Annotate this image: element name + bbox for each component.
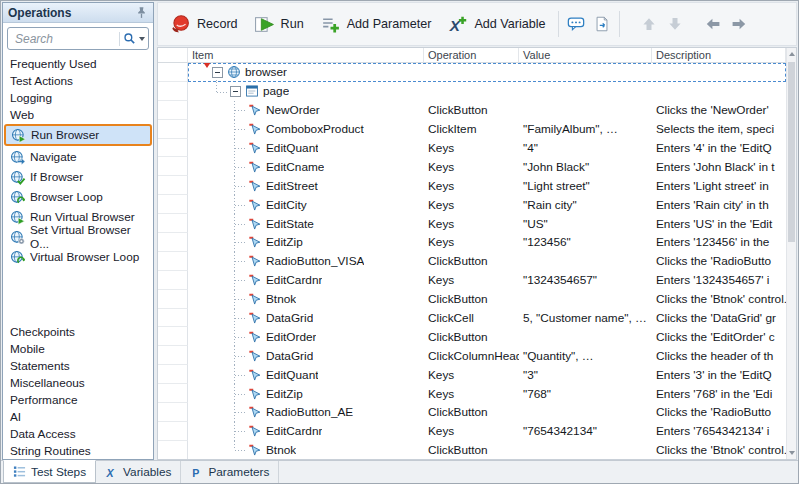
- tree-node-label: page: [263, 84, 289, 98]
- toolbar-separator: [619, 11, 620, 37]
- move-up-button[interactable]: [636, 9, 662, 39]
- step-description-cell: Enters '7654342134' i: [652, 422, 786, 441]
- sidebar-item-frequently-used[interactable]: Frequently Used: [3, 55, 153, 72]
- step-item-cell: EditZip: [188, 384, 424, 403]
- test-step-row[interactable]: ComboboxProduct ClickItem "FamilyAlbum",…: [158, 120, 786, 139]
- search-input[interactable]: [13, 31, 116, 47]
- search-icon[interactable]: [123, 32, 136, 45]
- step-operation-cell: Keys: [424, 422, 519, 441]
- test-step-row[interactable]: EditStreet Keys "Light street" Enters 'L…: [158, 176, 786, 195]
- sidebar-item-set-virtual-browser-o[interactable]: Set Virtual Browser O...: [3, 227, 153, 247]
- step-item-cell: EditState: [188, 214, 424, 233]
- sidebar-item-data-access[interactable]: Data Access: [3, 425, 153, 442]
- tree-row-page[interactable]: page: [158, 82, 786, 101]
- move-to-new-test-button[interactable]: [589, 9, 615, 39]
- test-step-row[interactable]: EditZip Keys "123456" Enters '123456' in…: [158, 233, 786, 252]
- indent-left-button[interactable]: [700, 9, 726, 39]
- pin-icon[interactable]: [135, 6, 148, 19]
- sidebar-item-checkpoints[interactable]: Checkpoints: [3, 323, 153, 340]
- tree-row-browser[interactable]: browser: [158, 63, 786, 82]
- test-step-row[interactable]: EditCardnr Keys "1324354657" Enters '132…: [158, 271, 786, 290]
- parameters-icon: P: [190, 466, 203, 479]
- test-step-row[interactable]: EditCardnr Keys "7654342134" Enters '765…: [158, 422, 786, 441]
- add-parameter-button[interactable]: Add Parameter: [312, 7, 440, 41]
- test-step-row[interactable]: Btnok ClickButton Clicks the 'Btnok' con…: [158, 441, 786, 460]
- step-item-name: EditQuant: [266, 368, 318, 382]
- sidebar-item-miscellaneous[interactable]: Miscellaneous: [3, 374, 153, 391]
- operations-search-box: [7, 27, 149, 50]
- test-step-row[interactable]: RadioButton_VISA ClickButton Clicks the …: [158, 252, 786, 271]
- test-step-row[interactable]: Btnok ClickButton Clicks the 'Btnok' con…: [158, 290, 786, 309]
- step-operation-cell: Keys: [424, 214, 519, 233]
- tree-line: [235, 318, 245, 319]
- step-operation-cell: Keys: [424, 176, 519, 195]
- step-description-cell: Clicks the 'NewOrder': [652, 101, 786, 120]
- step-description-cell: Enters '1324354657' i: [652, 271, 786, 290]
- sidebar-item-string-routines[interactable]: String Routines: [3, 442, 153, 459]
- test-step-row[interactable]: RadioButton_AE ClickButton Clicks the 'R…: [158, 403, 786, 422]
- sidebar-item-ai[interactable]: AI: [3, 408, 153, 425]
- onscreen-action-icon: [248, 292, 262, 306]
- step-item-name: EditCardnr: [266, 424, 322, 438]
- test-step-row[interactable]: DataGrid ClickCell 5, "Customer name", ……: [158, 309, 786, 328]
- column-header-operation[interactable]: Operation: [424, 48, 519, 63]
- step-operation-cell: ClickButton: [424, 441, 519, 460]
- step-value-cell: "FamilyAlbum", …: [519, 120, 652, 139]
- test-step-row[interactable]: NewOrder ClickButton Clicks the 'NewOrde…: [158, 101, 786, 120]
- test-step-row[interactable]: EditCname Keys "John Black" Enters 'John…: [158, 157, 786, 176]
- row-gutter-cell: [158, 290, 188, 309]
- sidebar-item-statements[interactable]: Statements: [3, 357, 153, 374]
- test-step-row[interactable]: EditZip Keys "768" Enters '768' in the '…: [158, 384, 786, 403]
- sidebar-item-navigate[interactable]: Navigate: [3, 147, 153, 167]
- run-button[interactable]: Run: [246, 7, 312, 41]
- test-step-row[interactable]: DataGrid ClickColumnHeader "Quantity", ……: [158, 346, 786, 365]
- test-steps-icon: [13, 465, 26, 478]
- scroll-down-button[interactable]: [787, 447, 796, 459]
- indent-right-button[interactable]: [726, 9, 752, 39]
- step-value-cell: 5, "Customer name", …: [519, 309, 652, 328]
- vertical-scrollbar[interactable]: [786, 48, 796, 459]
- sidebar-item-run-browser[interactable]: Run Browser: [4, 124, 152, 146]
- search-options-caret-icon[interactable]: [139, 37, 145, 41]
- test-step-row[interactable]: EditState Keys "US" Enters 'US' in the '…: [158, 214, 786, 233]
- step-operation-cell: ClickItem: [424, 120, 519, 139]
- column-header-item[interactable]: Item: [188, 48, 424, 63]
- add-variable-button[interactable]: X Add Variable: [439, 7, 553, 41]
- row-gutter-cell: [158, 82, 188, 101]
- sidebar-item-mobile[interactable]: Mobile: [3, 340, 153, 357]
- sidebar-item-virtual-browser-loop[interactable]: Virtual Browser Loop: [3, 247, 153, 267]
- record-button[interactable]: Record: [162, 7, 246, 41]
- step-operation-cell: ClickButton: [424, 290, 519, 309]
- sidebar-item-if-browser[interactable]: If Browser: [3, 167, 153, 187]
- scroll-up-button[interactable]: [787, 48, 796, 60]
- add-comment-button[interactable]: [563, 9, 589, 39]
- sidebar-item-web[interactable]: Web: [3, 106, 153, 123]
- collapse-expander-icon[interactable]: [212, 67, 223, 78]
- tab-variables[interactable]: X Variables: [96, 461, 181, 483]
- tab-parameters[interactable]: P Parameters: [181, 461, 279, 483]
- sidebar-item-test-actions[interactable]: Test Actions: [3, 72, 153, 89]
- scrollbar-thumb[interactable]: [788, 62, 795, 242]
- record-icon: [170, 14, 191, 35]
- test-step-row[interactable]: EditQuant Keys "4" Enters '4' in the 'Ed…: [158, 139, 786, 158]
- onscreen-action-icon: [248, 141, 262, 155]
- move-down-button[interactable]: [662, 9, 688, 39]
- sidebar-item-browser-loop[interactable]: Browser Loop: [3, 187, 153, 207]
- sidebar-item-logging[interactable]: Logging: [3, 89, 153, 106]
- column-header-description[interactable]: Description: [652, 48, 786, 63]
- step-item-name: EditOrder: [266, 330, 316, 344]
- test-step-row[interactable]: EditCity Keys "Rain city" Enters 'Rain c…: [158, 195, 786, 214]
- tree-line: [235, 167, 245, 168]
- sidebar-item-performance[interactable]: Performance: [3, 391, 153, 408]
- collapse-expander-icon[interactable]: [230, 86, 241, 97]
- test-step-row[interactable]: EditOrder ClickButton Clicks the 'EditOr…: [158, 327, 786, 346]
- test-step-row[interactable]: EditQuant Keys "3" Enters '3' in the 'Ed…: [158, 365, 786, 384]
- step-operation-cell: Keys: [424, 384, 519, 403]
- browser-loop-icon: [10, 190, 25, 205]
- arrow-left-icon: [704, 15, 722, 33]
- step-value-cell: "4": [519, 139, 652, 158]
- tab-test-steps[interactable]: Test Steps: [3, 460, 96, 483]
- sidebar-item-label: AI: [10, 410, 21, 424]
- operations-list: Frequently Used Test Actions Logging Web: [3, 52, 153, 459]
- column-header-value[interactable]: Value: [519, 48, 652, 63]
